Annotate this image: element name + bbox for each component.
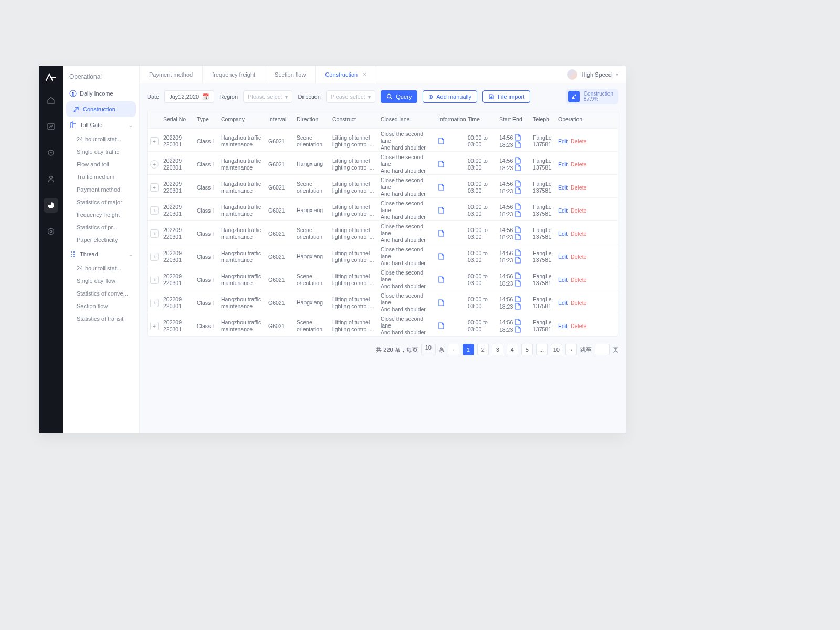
nav-toll-gate[interactable]: Toll Gate ⌄	[63, 117, 139, 133]
user-menu[interactable]: High Speed ▾	[567, 69, 626, 80]
document-icon[interactable]	[515, 187, 521, 194]
pager-page[interactable]: 3	[492, 344, 503, 355]
cell-info[interactable]	[436, 251, 466, 262]
nav-sub-item[interactable]: Statistics of transit	[63, 312, 139, 325]
add-manually-button[interactable]: ⊕ Add manually	[423, 90, 477, 103]
nav-thread[interactable]: Thread ⌄	[63, 246, 139, 262]
pager-page[interactable]: 4	[507, 344, 518, 355]
document-icon[interactable]	[515, 211, 521, 217]
close-icon[interactable]: ×	[363, 71, 366, 78]
user-icon[interactable]	[44, 172, 58, 186]
per-page-input[interactable]: 10	[421, 344, 436, 355]
nav-sub-item[interactable]: frequency freight	[63, 208, 139, 221]
document-icon[interactable]	[515, 249, 521, 256]
nav-sub-item[interactable]: 24-hour toll stat...	[63, 262, 139, 275]
file-import-button[interactable]: File import	[482, 90, 530, 103]
document-icon[interactable]	[515, 157, 521, 164]
edit-link[interactable]: Edit	[558, 230, 568, 237]
pager-page[interactable]: 5	[521, 344, 533, 355]
edit-link[interactable]: Edit	[558, 207, 568, 214]
delete-link[interactable]: Delete	[571, 207, 586, 214]
delete-link[interactable]: Delete	[571, 161, 586, 167]
settings-icon[interactable]	[44, 224, 58, 239]
tab[interactable]: Section flow	[265, 66, 316, 83]
cell-info[interactable]	[436, 297, 466, 308]
document-icon[interactable]	[515, 234, 521, 240]
delete-link[interactable]: Delete	[571, 254, 586, 260]
edit-link[interactable]: Edit	[558, 277, 568, 283]
cell-info[interactable]	[436, 320, 466, 331]
cell-info[interactable]	[436, 274, 466, 285]
document-icon[interactable]	[515, 226, 521, 233]
edit-link[interactable]: Edit	[558, 254, 568, 260]
edit-link[interactable]: Edit	[558, 323, 568, 329]
document-icon[interactable]	[515, 303, 521, 310]
cell-info[interactable]	[436, 159, 466, 170]
expand-button[interactable]: +	[150, 229, 159, 238]
tab[interactable]: frequency freight	[203, 66, 265, 83]
nav-sub-item[interactable]: Traffic medium	[63, 171, 139, 183]
pager-page[interactable]: 1	[463, 344, 474, 355]
expand-button[interactable]: +	[150, 322, 159, 330]
chart-icon[interactable]	[44, 119, 58, 134]
nav-sub-item[interactable]: Single day flow	[63, 275, 139, 287]
region-select[interactable]: Please select ▾	[243, 90, 292, 103]
edit-link[interactable]: Edit	[558, 161, 568, 167]
pager-page[interactable]: 10	[551, 344, 562, 355]
direction-select[interactable]: Please select ▾	[326, 90, 375, 103]
nav-construction[interactable]: Construction	[66, 101, 136, 117]
document-icon[interactable]	[515, 326, 521, 333]
tab[interactable]: Payment method	[140, 66, 203, 83]
monitor-icon[interactable]	[44, 145, 58, 160]
query-button[interactable]: Query	[381, 90, 417, 103]
pager-jump-input[interactable]	[595, 344, 610, 355]
expand-button[interactable]: +	[150, 137, 159, 145]
document-icon[interactable]	[515, 272, 521, 279]
home-icon[interactable]	[44, 93, 58, 108]
cell-info[interactable]	[436, 182, 466, 193]
expand-button[interactable]: +	[150, 206, 159, 215]
expand-button[interactable]: +	[150, 183, 159, 192]
delete-link[interactable]: Delete	[571, 230, 586, 237]
document-icon[interactable]	[515, 141, 521, 148]
document-icon[interactable]	[515, 319, 521, 326]
edit-link[interactable]: Edit	[558, 184, 568, 191]
expand-button[interactable]: +	[150, 253, 159, 261]
cell-info[interactable]	[436, 135, 466, 146]
delete-link[interactable]: Delete	[571, 277, 586, 283]
delete-link[interactable]: Delete	[571, 138, 586, 144]
nav-sub-item[interactable]: Statistics of conve...	[63, 287, 139, 300]
pager-page[interactable]: 2	[477, 344, 489, 355]
expand-button[interactable]: +	[150, 276, 159, 284]
document-icon[interactable]	[515, 296, 521, 302]
edit-link[interactable]: Edit	[558, 300, 568, 306]
pager-prev[interactable]: ‹	[448, 344, 459, 355]
nav-sub-item[interactable]: Flow and toll	[63, 158, 139, 171]
delete-link[interactable]: Delete	[571, 300, 586, 306]
pager-page[interactable]: ...	[536, 344, 548, 355]
pager-next[interactable]: ›	[565, 344, 577, 355]
nav-sub-item[interactable]: Single day traffic	[63, 145, 139, 158]
nav-sub-item[interactable]: 24-hour toll stat...	[63, 133, 139, 145]
document-icon[interactable]	[515, 180, 521, 187]
document-icon[interactable]	[515, 203, 521, 210]
document-icon[interactable]	[515, 164, 521, 171]
date-input[interactable]: Juy12,2020 📅	[164, 90, 214, 103]
tab[interactable]: Construction×	[316, 66, 376, 83]
cell-info[interactable]	[436, 205, 466, 216]
nav-sub-item[interactable]: Section flow	[63, 300, 139, 312]
nav-sub-item[interactable]: Statistics of major	[63, 196, 139, 208]
nav-daily-income[interactable]: Daily Income	[63, 86, 139, 101]
document-icon[interactable]	[515, 280, 521, 287]
document-icon[interactable]	[515, 134, 521, 141]
expand-button[interactable]: +	[150, 160, 159, 169]
pie-icon[interactable]	[44, 198, 58, 213]
nav-sub-item[interactable]: Paper electricity	[63, 234, 139, 246]
delete-link[interactable]: Delete	[571, 323, 586, 329]
delete-link[interactable]: Delete	[571, 184, 586, 191]
expand-button[interactable]: +	[150, 299, 159, 307]
edit-link[interactable]: Edit	[558, 138, 568, 144]
cell-info[interactable]	[436, 228, 466, 239]
document-icon[interactable]	[515, 257, 521, 264]
nav-sub-item[interactable]: Statistics of pr...	[63, 221, 139, 234]
